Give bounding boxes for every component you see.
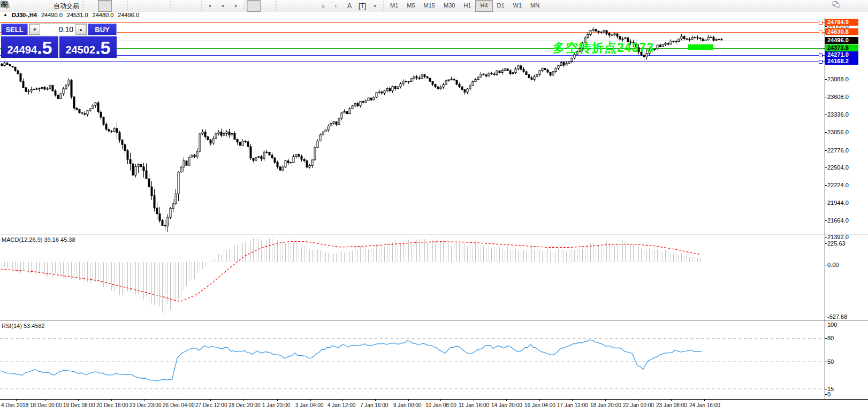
buy-price-box[interactable]: 24502 .5 xyxy=(59,36,117,58)
timeframe-m15-button-label: M15 xyxy=(421,1,438,11)
text-tool-button[interactable]: A xyxy=(342,1,355,11)
trend-line-button[interactable] xyxy=(304,1,317,11)
signals-button[interactable] xyxy=(39,1,51,11)
rsi-label: RSI(14) 53.4582 xyxy=(2,323,45,329)
price-axis-line xyxy=(825,18,825,399)
volume-input[interactable] xyxy=(40,24,75,35)
chart-symbol-period: DJ30-,H4 xyxy=(12,12,37,18)
crosshair-button[interactable] xyxy=(261,1,273,11)
timeframe-d1-button-label: D1 xyxy=(494,1,508,11)
sell-button[interactable]: SELL xyxy=(1,24,28,35)
time-axis-tick xyxy=(144,400,145,401)
rsi-axis-tick xyxy=(825,389,827,389)
chart-shift-button[interactable] xyxy=(186,1,199,11)
price-axis-label: 23056.0 xyxy=(827,129,849,135)
periods-button[interactable]: ▾ xyxy=(216,1,229,11)
arrows-button[interactable]: ▾ xyxy=(368,1,381,11)
macd-axis-tick xyxy=(825,243,827,244)
time-axis-tick xyxy=(111,400,112,401)
candlestick-chart-button[interactable] xyxy=(98,0,112,12)
timeframe-m1-button[interactable]: M1 xyxy=(386,1,402,11)
sell-price-box[interactable]: 24494 .5 xyxy=(1,36,58,58)
timeframe-m5-button[interactable]: M5 xyxy=(402,1,419,11)
price-axis-tick xyxy=(825,167,827,168)
buy-button[interactable]: BUY xyxy=(88,24,117,35)
time-axis-label: 27 Dec 12:00 xyxy=(195,402,227,408)
text-label-button[interactable]: [T] xyxy=(355,1,368,11)
time-axis-tick xyxy=(243,400,244,401)
price-chart-panel[interactable]: SELL ▼ ▲ BUY 24494 .5 24502 .5 多空转折点 xyxy=(0,18,868,234)
rsi-chart[interactable] xyxy=(0,322,825,399)
macd-chart[interactable] xyxy=(0,235,825,320)
highlight-rectangle[interactable] xyxy=(688,44,713,50)
time-axis-tick xyxy=(342,400,343,401)
sell-price-fraction: .5 xyxy=(37,39,52,57)
timeframe-mn-button[interactable]: MN xyxy=(526,1,544,11)
time-axis-label: 10 Jan 08:00 xyxy=(425,402,456,408)
price-axis-tick xyxy=(825,220,827,221)
bar-chart-button[interactable] xyxy=(85,1,98,11)
candlestick-chart[interactable] xyxy=(0,18,825,234)
price-line-tag: 24168.2 xyxy=(825,58,858,65)
market-watch-button[interactable] xyxy=(13,1,26,11)
timeframe-h1-button[interactable]: H1 xyxy=(459,1,475,11)
zoom-out-button[interactable] xyxy=(142,1,155,11)
line-drag-handle[interactable] xyxy=(819,30,823,34)
volume-increase-button[interactable]: ▲ xyxy=(75,24,86,35)
time-axis-label: 19 Dec 08:00 xyxy=(63,402,95,408)
rsi-axis-label: 0 xyxy=(827,391,831,397)
dropdown-arrow-icon: ▾ xyxy=(209,4,211,9)
time-axis-label: 4 Dec 2018 xyxy=(1,402,28,408)
auto-trading-button[interactable]: 自动交易 xyxy=(51,1,80,11)
buy-price-fraction: .5 xyxy=(95,39,110,57)
vertical-line-button[interactable] xyxy=(278,1,291,11)
time-axis-tick xyxy=(45,400,45,401)
macd-label: MACD(12,26,9) 39.16 45.38 xyxy=(2,236,75,243)
line-drag-handle[interactable] xyxy=(819,60,823,64)
turning-point-annotation: 多空转折点24373 xyxy=(553,40,654,56)
zoom-in-button[interactable] xyxy=(130,1,142,11)
timeframe-w1-button[interactable]: W1 xyxy=(509,1,527,11)
timeframe-d1-button[interactable]: D1 xyxy=(493,1,509,11)
time-axis-tick xyxy=(605,400,606,401)
price-axis-label: 23888.0 xyxy=(827,76,849,82)
horizontal-line-button[interactable] xyxy=(291,1,304,11)
chat-button[interactable] xyxy=(852,1,865,11)
rsi-axis-tick xyxy=(825,325,827,325)
cursor-button[interactable] xyxy=(247,0,261,12)
time-axis-label: 18 Dec 00:00 xyxy=(30,402,62,408)
line-chart-button[interactable] xyxy=(112,1,125,11)
ohlc-low: 24480.0 xyxy=(93,12,114,18)
volume-stepper: ▼ ▲ xyxy=(29,24,87,35)
macd-panel[interactable]: MACD(12,26,9) 39.16 45.38 xyxy=(0,235,868,320)
time-axis[interactable]: 4 Dec 201818 Dec 00:0019 Dec 08:0020 Dec… xyxy=(0,399,868,413)
price-axis-label: 22504.0 xyxy=(827,164,849,171)
toolbar-separator xyxy=(81,1,85,11)
channel-button[interactable]: E xyxy=(317,1,330,11)
time-axis-tick xyxy=(277,400,278,401)
templates-button[interactable]: ▾ xyxy=(229,1,242,11)
indicators-button[interactable]: ▾ xyxy=(203,1,216,11)
text-tool-button-label: A xyxy=(347,2,352,10)
auto-scroll-button[interactable] xyxy=(173,1,186,11)
time-axis-label: 23 Jan 08:00 xyxy=(656,402,687,408)
line-drag-handle[interactable] xyxy=(819,21,823,25)
volume-decrease-button[interactable]: ▼ xyxy=(29,24,40,35)
fibonacci-button[interactable]: F xyxy=(330,1,342,11)
time-axis-label: 24 Jan 16:00 xyxy=(689,402,720,408)
macd-axis-tick xyxy=(825,265,827,265)
time-axis-tick xyxy=(506,400,507,401)
rsi-panel[interactable]: RSI(14) 53.4582 xyxy=(0,322,868,399)
data-window-button[interactable] xyxy=(26,1,39,11)
timeframe-m30-button[interactable]: M30 xyxy=(439,1,459,11)
time-axis-tick xyxy=(408,400,409,401)
timeframe-h4-button[interactable]: H4 xyxy=(475,0,492,12)
rsi-axis-label: 50 xyxy=(827,358,834,365)
time-axis-tick xyxy=(440,400,441,401)
toolbar-separator xyxy=(125,1,129,11)
rsi-axis-tick xyxy=(825,338,827,339)
line-drag-handle[interactable] xyxy=(819,53,823,57)
tile-windows-button[interactable] xyxy=(155,1,168,11)
price-axis-label: 23608.0 xyxy=(827,94,849,100)
timeframe-m15-button[interactable]: M15 xyxy=(420,1,439,11)
